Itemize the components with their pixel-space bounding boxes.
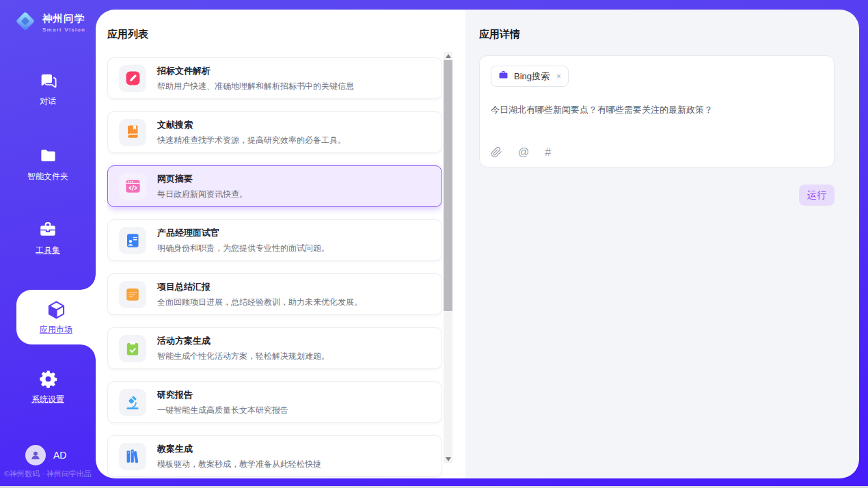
prompt-toolbar: @ # [491, 146, 551, 158]
app-list-scrollbar[interactable] [444, 52, 452, 463]
app-card-title: 研究报告 [157, 389, 288, 401]
brand-subtitle: Smart Vision [42, 27, 85, 33]
chat-icon [0, 71, 96, 92]
diamond-logo-icon [13, 9, 38, 36]
app-detail-panel: 应用详情 Bing搜索 × 今日湖北有哪些新闻要点？有哪些需要关注的最新政策？ … [465, 10, 859, 478]
sidebar-item-toolset[interactable]: 工具集 [0, 220, 96, 256]
sidebar-item-label: 应用市场 [40, 324, 72, 336]
app-card-desc: 每日政府新闻资讯快查。 [157, 189, 247, 200]
interviewer-icon [119, 227, 146, 254]
user-profile: AD [25, 445, 66, 465]
folder-icon [0, 146, 96, 167]
app-card-title: 项目总结汇报 [157, 281, 362, 293]
app-card[interactable]: 教案生成模板驱动，教案秒成，教学准备从此轻松快捷 [107, 435, 442, 477]
app-list-title: 应用列表 [107, 28, 148, 41]
app-card-desc: 全面回顾项目进展，总结经验教训，助力未来优化发展。 [157, 297, 362, 308]
app-card-desc: 模板驱动，教案秒成，教学准备从此轻松快捷 [157, 459, 321, 470]
app-card-title: 文献搜索 [157, 119, 346, 131]
sidebar-item-label: 系统设置 [0, 394, 96, 405]
books-icon [119, 443, 146, 470]
app-card-list: 招标文件解析帮助用户快速、准确地理解和解析招标书中的关键信息文献搜索快速精准查找… [107, 57, 442, 478]
tool-tag-bing-search[interactable]: Bing搜索 × [491, 66, 569, 87]
hash-icon[interactable]: # [545, 147, 551, 158]
brand-logo: 神州问学 Smart Vision [13, 9, 85, 36]
app-card[interactable]: 活动方案生成智能生成个性化活动方案，轻松解决规划难题。 [107, 327, 442, 369]
sidebar-item-settings[interactable]: 系统设置 [0, 369, 96, 405]
toolbox-icon [0, 220, 96, 241]
cube-icon [46, 299, 67, 320]
app-card-desc: 一键智能生成高质量长文本研究报告 [157, 405, 288, 416]
scroll-up-arrow-icon[interactable] [444, 52, 452, 60]
user-avatar-icon[interactable] [25, 445, 46, 465]
clipboard-check-icon [119, 335, 146, 362]
app-card[interactable]: 研究报告一键智能生成高质量长文本研究报告 [107, 381, 442, 423]
app-card[interactable]: 项目总结汇报全面回顾项目进展，总结经验教训，助力未来优化发展。 [107, 273, 442, 315]
microscope-icon [119, 389, 146, 416]
scrollbar-thumb[interactable] [444, 60, 452, 311]
book-icon [119, 119, 146, 146]
sidebar-item-chat[interactable]: 对话 [0, 71, 96, 107]
app-card-desc: 明确身份和职责，为您提供专业性的面试问题。 [157, 243, 329, 254]
paperclip-icon[interactable] [491, 146, 502, 158]
app-card-title: 活动方案生成 [157, 335, 329, 347]
browser-code-icon [119, 173, 146, 200]
sidebar: 神州问学 Smart Vision 对话智能文件夹工具集应用市场系统设置 AD … [0, 0, 96, 488]
tool-tag-label: Bing搜索 [514, 70, 550, 83]
sidebar-item-label: 智能文件夹 [0, 171, 96, 182]
app-card-title: 教案生成 [157, 443, 321, 455]
app-card[interactable]: 文献搜索快速精准查找学术资源，提高研究效率的必备工具。 [107, 111, 442, 153]
app-card[interactable]: 产品经理面试官明确身份和职责，为您提供专业性的面试问题。 [107, 219, 442, 261]
user-name: AD [53, 450, 66, 461]
gear-icon [0, 369, 96, 390]
briefcase-icon [498, 70, 508, 83]
app-card[interactable]: 招标文件解析帮助用户快速、准确地理解和解析招标书中的关键信息 [107, 57, 442, 99]
sidebar-item-label: 工具集 [0, 245, 96, 256]
edit-icon [119, 65, 146, 92]
app-card-desc: 帮助用户快速、准确地理解和解析招标书中的关键信息 [157, 81, 354, 92]
app-card-title: 网页摘要 [157, 173, 247, 185]
scroll-down-arrow-icon[interactable] [444, 455, 452, 463]
main-panel: 应用列表 招标文件解析帮助用户快速、准确地理解和解析招标书中的关键信息文献搜索快… [96, 10, 859, 478]
app-card[interactable]: 网页摘要每日政府新闻资讯快查。 [107, 165, 442, 207]
app-card-title: 产品经理面试官 [157, 227, 329, 239]
app-card-title: 招标文件解析 [157, 65, 354, 77]
app-root: 神州问学 Smart Vision 对话智能文件夹工具集应用市场系统设置 AD … [0, 0, 868, 488]
at-icon[interactable]: @ [518, 147, 529, 158]
app-detail-title: 应用详情 [479, 28, 835, 41]
query-text[interactable]: 今日湖北有哪些新闻要点？有哪些需要关注的最新政策？ [491, 104, 823, 116]
prompt-card: Bing搜索 × 今日湖北有哪些新闻要点？有哪些需要关注的最新政策？ @ # [479, 55, 835, 167]
note-icon [119, 281, 146, 308]
brand-name: 神州问学 [42, 12, 85, 25]
app-card-desc: 智能生成个性化活动方案，轻松解决规划难题。 [157, 351, 329, 362]
sidebar-item-app-market[interactable]: 应用市场 [16, 290, 96, 344]
app-card-desc: 快速精准查找学术资源，提高研究效率的必备工具。 [157, 135, 346, 146]
copyright-text: ©神州数码 · 神州问学出品 [4, 469, 94, 479]
run-button[interactable]: 运行 [799, 185, 835, 206]
app-list-panel: 应用列表 招标文件解析帮助用户快速、准确地理解和解析招标书中的关键信息文献搜索快… [96, 10, 465, 478]
sidebar-item-label: 对话 [0, 96, 96, 107]
close-icon[interactable]: × [556, 72, 561, 81]
sidebar-item-smart-folder[interactable]: 智能文件夹 [0, 146, 96, 182]
